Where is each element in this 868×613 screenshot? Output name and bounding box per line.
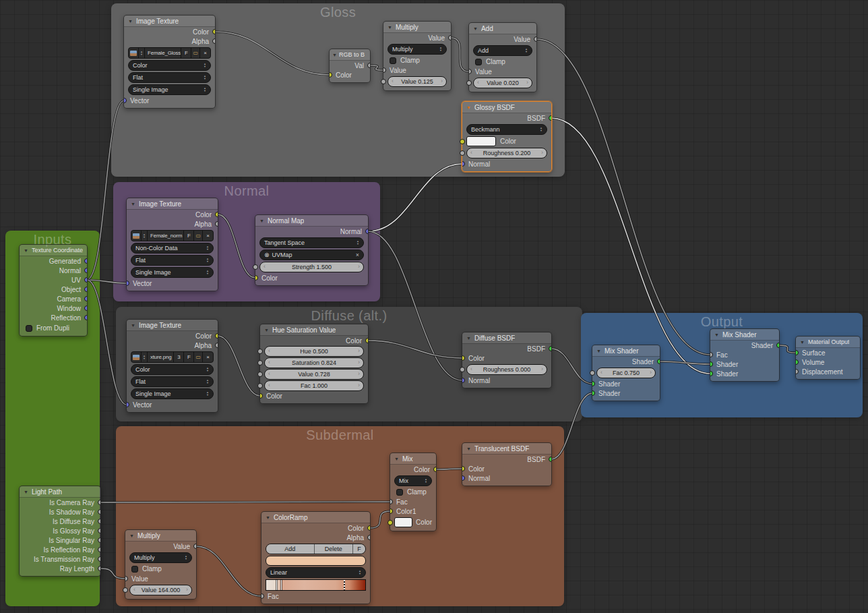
value-socket[interactable] <box>123 587 128 593</box>
collapse-icon[interactable]: ▼ <box>800 340 805 345</box>
node-header[interactable]: ▼Normal Map <box>255 215 368 227</box>
stepper-icon[interactable]: ▲▼ <box>139 48 145 58</box>
unlink-icon[interactable]: × <box>200 48 210 58</box>
node-header[interactable]: ▼Texture Coordinate <box>20 245 87 256</box>
vector-socket[interactable] <box>127 281 129 286</box>
operation-dropdown[interactable]: Multiply▲▼ <box>129 552 192 563</box>
node-header[interactable]: ▼Image Texture <box>127 198 218 210</box>
value-socket[interactable] <box>460 367 465 372</box>
value-socket[interactable] <box>469 69 472 74</box>
node-diffuse-bsdf[interactable]: ▼Diffuse BSDF BSDF Color ‹Roughness 0.00… <box>462 332 552 388</box>
value-slider[interactable]: ‹Value 0.020› <box>473 78 532 88</box>
node-header[interactable]: ▼Light Path <box>20 486 100 498</box>
shader-socket[interactable] <box>592 381 595 386</box>
color-ramp-gradient[interactable] <box>266 579 366 591</box>
value-socket[interactable] <box>98 509 100 515</box>
collapse-icon[interactable]: ▼ <box>596 349 601 353</box>
colorspace-dropdown[interactable]: Color▲▼ <box>128 60 211 71</box>
color-socket[interactable] <box>215 333 218 339</box>
collapse-icon[interactable]: ▼ <box>466 336 471 341</box>
node-light-path[interactable]: ▼Light Path Is Camera Ray Is Shadow Ray … <box>19 486 101 577</box>
stepper-icon[interactable]: ▲▼ <box>142 352 148 362</box>
node-header[interactable]: ▼Translucent BSDF <box>462 443 551 455</box>
value-socket[interactable] <box>125 576 128 581</box>
value-socket[interactable] <box>710 352 713 357</box>
clamp-checkbox[interactable] <box>131 566 138 573</box>
node-image-texture-diffuse[interactable]: ▼Image Texture Color Alpha ▲▼ xture.png … <box>126 319 218 413</box>
value-socket[interactable] <box>466 80 472 86</box>
node-math-multiply-subdermal[interactable]: ▼Multiply Value Multiply▲▼ Clamp Value ‹… <box>125 529 197 600</box>
folder-icon[interactable]: ▭ <box>194 231 203 241</box>
uvmap-field[interactable]: ⊗UVMap× <box>259 250 364 260</box>
collapse-icon[interactable]: ▼ <box>131 323 135 328</box>
normal-socket[interactable] <box>462 161 465 167</box>
value-socket[interactable] <box>98 537 100 543</box>
shader-socket[interactable] <box>549 457 551 462</box>
value-socket[interactable] <box>448 35 451 40</box>
normal-socket[interactable] <box>462 475 465 481</box>
value-socket[interactable] <box>257 360 263 366</box>
node-glossy-bsdf[interactable]: ▼Glossy BSDF BSDF Beckmann▲▼ Color ‹Roug… <box>462 101 552 172</box>
node-header[interactable]: ▼Diffuse BSDF <box>462 332 551 344</box>
node-header[interactable]: ▼Image Texture <box>127 320 218 331</box>
strength-slider[interactable]: ‹Strength 1.500› <box>259 262 364 272</box>
color-socket[interactable] <box>330 72 332 78</box>
vector-socket[interactable] <box>84 315 87 320</box>
projection-dropdown[interactable]: Flat▲▼ <box>128 72 211 83</box>
collapse-icon[interactable]: ▼ <box>24 490 28 494</box>
shader-socket[interactable] <box>710 371 713 376</box>
color-socket[interactable] <box>367 525 370 531</box>
image-icon[interactable] <box>131 352 142 362</box>
collapse-icon[interactable]: ▼ <box>466 105 471 110</box>
node-rgb-to-b[interactable]: ▼RGB to B Val Color <box>329 49 371 83</box>
collapse-icon[interactable]: ▼ <box>264 328 269 332</box>
from-dupli-checkbox[interactable] <box>26 325 32 332</box>
color-socket[interactable] <box>215 212 218 217</box>
color-socket[interactable] <box>212 29 215 34</box>
image-name[interactable]: Female_Gloss <box>145 48 181 58</box>
vector-socket[interactable] <box>84 268 87 273</box>
image-name[interactable]: Female_norm <box>148 231 184 241</box>
collapse-icon[interactable]: ▼ <box>714 332 719 337</box>
operation-dropdown[interactable]: Add▲▼ <box>473 45 532 56</box>
node-header[interactable]: ▼Mix <box>390 453 436 465</box>
node-math-multiply-gloss[interactable]: ▼Multiply Value Multiply▲▼ Clamp Value ‹… <box>383 21 452 91</box>
blend-type-dropdown[interactable]: Mix▲▼ <box>394 475 432 486</box>
unlink-icon[interactable]: × <box>356 252 359 258</box>
fac-slider[interactable]: ‹Fac 0.750› <box>596 368 656 378</box>
value-socket[interactable] <box>390 499 393 504</box>
node-mix-shader-1[interactable]: ▼Mix Shader Shader ‹Fac 0.750› Shader Sh… <box>592 345 660 401</box>
projection-dropdown[interactable]: Flat▲▼ <box>131 376 214 387</box>
value-socket[interactable] <box>98 556 100 562</box>
collapse-icon[interactable]: ▼ <box>394 457 399 461</box>
vector-socket[interactable] <box>84 277 87 283</box>
value-socket[interactable] <box>383 67 386 73</box>
value-socket[interactable] <box>367 63 370 68</box>
color-socket[interactable] <box>433 467 436 472</box>
shader-socket[interactable] <box>796 359 799 365</box>
value-socket[interactable] <box>261 593 264 599</box>
value-slider[interactable]: ‹Value 164.000› <box>129 585 192 595</box>
value-socket[interactable] <box>98 547 100 552</box>
value-socket[interactable] <box>796 369 799 374</box>
clamp-checkbox[interactable] <box>390 57 396 64</box>
value-socket[interactable] <box>590 370 595 376</box>
color-swatch[interactable] <box>466 136 496 146</box>
alpha-socket[interactable] <box>212 38 215 44</box>
unlink-icon[interactable]: × <box>203 352 213 362</box>
value-slider[interactable]: ‹Value 0.125› <box>388 76 447 87</box>
color-socket[interactable] <box>388 520 393 525</box>
vector-socket[interactable] <box>84 287 87 292</box>
color-socket[interactable] <box>365 338 368 343</box>
normal-socket[interactable] <box>365 229 368 234</box>
add-stop-button[interactable]: Add <box>266 544 315 554</box>
node-header[interactable]: ▼ColorRamp <box>261 512 370 523</box>
vector-socket[interactable] <box>84 258 87 264</box>
node-normal-map[interactable]: ▼Normal Map Normal Tangent Space▲▼ ⊗UVMa… <box>255 214 369 286</box>
fake-user-button[interactable]: F <box>353 544 365 554</box>
node-header[interactable]: ▼Mix Shader <box>592 345 660 357</box>
node-header[interactable]: ▼Mix Shader <box>710 329 779 341</box>
node-image-texture-normal[interactable]: ▼Image Texture Color Alpha ▲▼ Female_nor… <box>126 198 218 291</box>
node-header[interactable]: ▼Add <box>469 23 536 34</box>
node-colorramp[interactable]: ▼ColorRamp Color Alpha Add Delete F Line… <box>261 511 371 604</box>
